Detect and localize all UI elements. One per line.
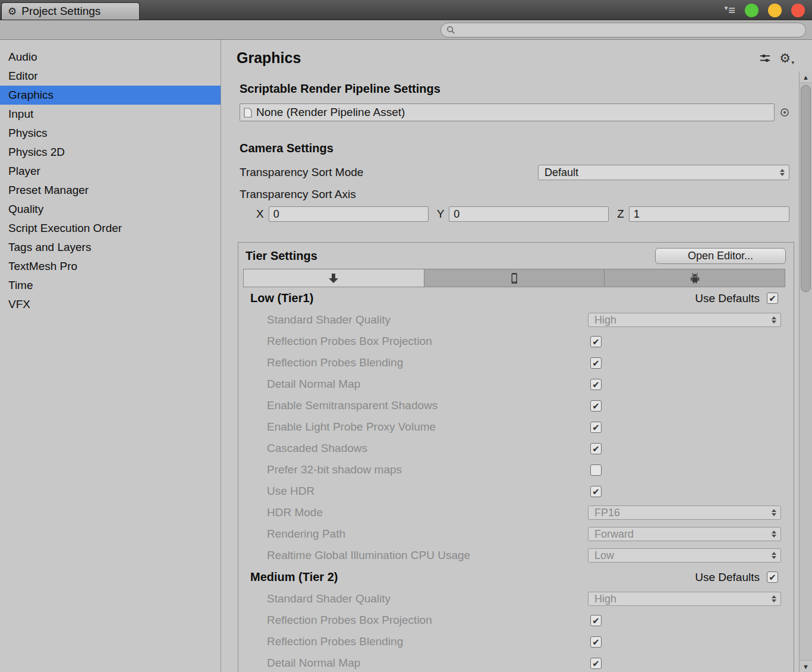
sidebar-item-audio[interactable]: Audio [0, 48, 221, 67]
context-menu-button[interactable]: ⚙▾ [779, 52, 791, 64]
tier2-row-reflection-probes-box-projection: Reflection Probes Box Projection [238, 610, 794, 631]
tier1-hdr-mode-dropdown[interactable]: FP16 [588, 505, 781, 520]
search-input[interactable] [459, 25, 800, 35]
axis-y-input[interactable] [449, 206, 609, 222]
tier1-row-reflection-probes-blending: Reflection Probes Blending [238, 352, 794, 373]
sidebar-item-editor[interactable]: Editor [0, 67, 221, 86]
tier1-realtime-gi-cpu-usage-dropdown[interactable]: Low [588, 548, 781, 563]
sidebar-item-player[interactable]: Player [0, 162, 221, 181]
sidebar-item-graphics[interactable]: Graphics [0, 86, 221, 105]
search-box[interactable] [440, 23, 806, 37]
presets-icon [759, 52, 771, 64]
dropdown-arrows-icon [780, 169, 785, 176]
tab-android[interactable] [605, 269, 785, 287]
titlebar-controls: ▾≡ [725, 0, 805, 20]
axis-x-input[interactable] [269, 206, 429, 222]
object-picker-icon [780, 108, 789, 117]
object-picker-button[interactable] [780, 108, 789, 117]
sidebar-item-vfx[interactable]: VFX [0, 295, 221, 314]
tier1-row-enable-semitransparent-shadows: Enable Semitransparent Shadows [238, 395, 794, 416]
axis-x-label: X [256, 208, 264, 221]
scrollbar-thumb[interactable] [801, 85, 811, 292]
tier1-use-defaults-label: Use Defaults [695, 292, 760, 305]
sidebar-item-time[interactable]: Time [0, 276, 221, 295]
open-editor-button[interactable]: Open Editor... [655, 248, 786, 264]
tier2-header-row: Medium (Tier 2) Use Defaults [238, 566, 794, 588]
vertical-scrollbar[interactable]: ▲ ▼ [799, 71, 812, 672]
sidebar-item-physics-2d[interactable]: Physics 2D [0, 143, 221, 162]
window-menu-icon[interactable]: ▾≡ [725, 4, 735, 16]
tier2-detail-normal-map-checkbox[interactable] [590, 658, 602, 669]
sidebar-item-input[interactable]: Input [0, 105, 221, 124]
tier1-row-standard-shader-quality: Standard Shader Quality High [238, 309, 794, 331]
tier2-name: Medium (Tier 2) [250, 570, 338, 584]
standalone-icon [327, 272, 340, 285]
tier2-standard-shader-quality-dropdown[interactable]: High [588, 592, 781, 606]
tab-iphone[interactable] [424, 269, 605, 287]
window-titlebar: ⚙ Project Settings ▾≡ [0, 0, 812, 20]
camera-section-header: Camera Settings [240, 142, 799, 155]
tier2-use-defaults-label: Use Defaults [695, 571, 760, 584]
tier1-rendering-path-dropdown[interactable]: Forward [588, 527, 781, 541]
tier1-use-defaults-checkbox[interactable] [767, 293, 778, 304]
tier1-name: Low (Tier1) [250, 291, 313, 305]
tier1-row-enable-light-probe-proxy-volume: Enable Light Probe Proxy Volume [238, 416, 794, 438]
tier2-reflection-probes-box-projection-checkbox[interactable] [590, 615, 602, 626]
axis-z-label: Z [617, 208, 624, 221]
tier2-reflection-probes-blending-checkbox[interactable] [590, 636, 602, 648]
sidebar-item-script-execution-order[interactable]: Script Execution Order [0, 219, 221, 238]
tier1-row-prefer-32-bit-shadow-maps: Prefer 32-bit shadow maps [238, 459, 794, 481]
platform-tab-bar [243, 269, 785, 287]
sidebar-item-tags-and-layers[interactable]: Tags and Layers [0, 238, 221, 257]
axis-z-input[interactable] [629, 206, 789, 222]
sidebar-item-quality[interactable]: Quality [0, 200, 221, 219]
tier1-row-reflection-probes-box-projection: Reflection Probes Box Projection [238, 331, 794, 352]
render-pipeline-asset-field[interactable]: None (Render Pipeline Asset) [240, 103, 775, 121]
tier2-row-standard-shader-quality: Standard Shader Quality High [238, 588, 794, 610]
dropdown-arrows-icon [772, 509, 776, 516]
tier1-use-hdr-checkbox[interactable] [590, 486, 602, 497]
asset-file-icon [244, 108, 252, 118]
tier1-row-use-hdr: Use HDR [238, 481, 794, 502]
window-tab-title: Project Settings [21, 5, 100, 18]
transparency-sort-axis-label: Transparency Sort Axis [240, 188, 799, 201]
tier-settings-header: Tier Settings [246, 249, 317, 263]
sidebar-item-physics[interactable]: Physics [0, 124, 221, 143]
transparency-sort-mode-label: Transparency Sort Mode [240, 166, 538, 179]
axis-y-label: Y [437, 208, 445, 221]
tier1-reflection-probes-box-projection-checkbox[interactable] [590, 336, 602, 347]
page-title: Graphics [237, 49, 301, 67]
transparency-sort-mode-dropdown[interactable]: Default [538, 165, 789, 180]
tier2-use-defaults-checkbox[interactable] [767, 571, 778, 583]
tier1-row-detail-normal-map: Detail Normal Map [238, 373, 794, 395]
tier-settings-group: Tier Settings Open Editor... [238, 242, 794, 672]
tier1-enable-semitransparent-shadows-checkbox[interactable] [590, 400, 602, 412]
traffic-light-green[interactable] [745, 4, 759, 17]
render-pipeline-asset-value: None (Render Pipeline Asset) [256, 106, 405, 119]
sidebar-item-preset-manager[interactable]: Preset Manager [0, 181, 221, 200]
tier1-row-rendering-path: Rendering Path Forward [238, 523, 794, 545]
toolbar [0, 20, 812, 40]
tier1-standard-shader-quality-dropdown[interactable]: High [588, 313, 781, 327]
tier2-row-detail-normal-map: Detail Normal Map [238, 652, 794, 672]
traffic-light-red[interactable] [791, 4, 805, 17]
tier1-detail-normal-map-checkbox[interactable] [590, 379, 602, 390]
dropdown-arrows-icon [772, 316, 776, 324]
presets-button[interactable] [759, 52, 771, 64]
tier1-row-realtime-gi-cpu-usage: Realtime Global Illumination CPU Usage L… [238, 545, 794, 566]
tier1-cascaded-shadows-checkbox[interactable] [590, 443, 602, 454]
tier1-enable-light-probe-proxy-volume-checkbox[interactable] [590, 422, 602, 433]
scrollbar-down-arrow-icon[interactable]: ▼ [800, 660, 812, 672]
tier1-reflection-probes-blending-checkbox[interactable] [590, 357, 602, 369]
android-icon [688, 272, 701, 285]
sidebar-item-textmesh-pro[interactable]: TextMesh Pro [0, 257, 221, 276]
dropdown-arrows-icon [772, 552, 776, 559]
tab-standalone[interactable] [244, 269, 424, 287]
tier1-prefer-32-bit-shadow-maps-checkbox[interactable] [590, 464, 602, 476]
tier1-row-hdr-mode: HDR Mode FP16 [238, 502, 794, 523]
scrollbar-up-arrow-icon[interactable]: ▲ [800, 71, 812, 83]
traffic-light-yellow[interactable] [768, 4, 782, 17]
window-tab-project-settings[interactable]: ⚙ Project Settings [1, 2, 140, 20]
iphone-icon [508, 272, 521, 285]
tier2-row-reflection-probes-blending: Reflection Probes Blending [238, 631, 794, 652]
